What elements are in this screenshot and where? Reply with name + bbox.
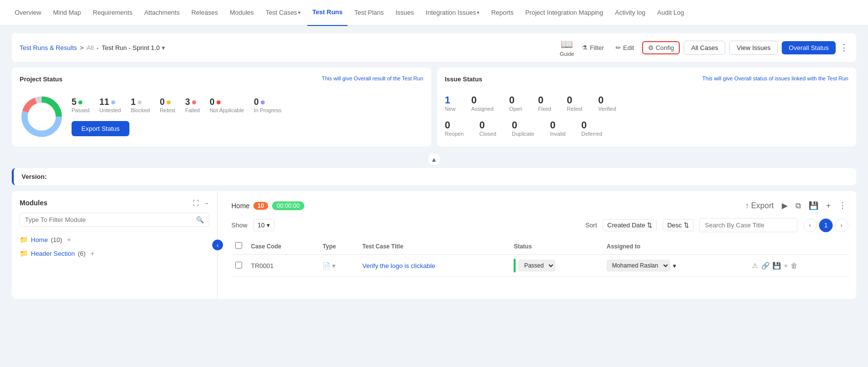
arrow-right-icon[interactable]: → (203, 199, 209, 207)
next-page-button[interactable]: › (835, 219, 848, 232)
assignee-select[interactable]: Mohamed Raslan (607, 260, 670, 271)
modules-search-bar: 🔍 (20, 213, 209, 227)
export-status-button[interactable]: Export Status (72, 121, 129, 136)
save-icon[interactable]: 💾 (807, 199, 820, 212)
donut-svg (20, 95, 64, 139)
nav-integration-issues[interactable]: Integration Issues ▾ (421, 0, 485, 25)
overall-status-button[interactable]: Overall Status (782, 41, 836, 54)
issue-invalid-label: Invalid (550, 131, 566, 137)
cases-panel: Home 10 00:00:00 ↑ Export ▶ ⧉ 💾 + ⋮ Show… (223, 191, 856, 299)
case-search-input[interactable] (699, 218, 797, 232)
select-all-checkbox[interactable] (235, 242, 242, 249)
row-status-select[interactable]: Passed (519, 260, 555, 271)
type-chevron[interactable]: ▾ (332, 262, 336, 269)
type-icon: 📄 (322, 262, 330, 269)
breadcrumb-root[interactable]: Test Runs & Results (20, 44, 77, 51)
issue-assigned: 0 Assigned (471, 95, 494, 112)
modules-search-input[interactable] (25, 216, 192, 223)
module-home-add-icon[interactable]: + (67, 236, 71, 244)
issue-retest-label: Retest (567, 106, 583, 112)
edit-label: Edit (623, 44, 634, 51)
row-action-delete-icon[interactable]: 🗑 (791, 262, 797, 269)
pagination: ‹ 1 › (803, 219, 848, 232)
nav-testplans[interactable]: Test Plans (349, 0, 389, 25)
stat-failed: 3 Failed (185, 97, 200, 113)
expand-icon[interactable]: ⛶ (193, 199, 199, 207)
module-header-name[interactable]: Header Section (31, 250, 75, 257)
cases-more-icon[interactable]: ⋮ (837, 199, 848, 212)
sidebar-collapse-button[interactable]: ‹ (212, 240, 223, 250)
module-header-section[interactable]: 📁 Header Section (6) + (20, 246, 209, 260)
module-home-count: (10) (51, 236, 62, 244)
col-status: Status (510, 238, 602, 255)
config-icon: ⚙ (648, 44, 654, 51)
passed-dot (78, 100, 82, 104)
guide-button[interactable]: 📖 Guide (560, 38, 574, 57)
module-home-name[interactable]: Home (31, 236, 48, 244)
next-page-icon: › (841, 221, 843, 229)
row-title[interactable]: Verify the logo is clickable (358, 255, 510, 277)
nav-testcases[interactable]: Test Cases ▾ (261, 0, 305, 25)
version-label: Version: (22, 173, 47, 180)
issue-new-label: New (445, 106, 456, 112)
breadcrumb-sep2: - (97, 44, 99, 51)
nav-activity-log[interactable]: Activity log (610, 0, 650, 25)
view-issues-button[interactable]: View Issues (729, 41, 778, 55)
module-header-folder-icon: 📁 (20, 249, 28, 257)
module-home[interactable]: 📁 Home (10) + (20, 233, 209, 246)
row-action-save-icon[interactable]: 💾 (772, 262, 781, 269)
nav-mindmap[interactable]: Mind Map (48, 0, 86, 25)
testcases-dropdown-icon[interactable]: ▾ (298, 0, 300, 25)
filter-icon: ⚗ (582, 44, 588, 51)
nav-audit-log[interactable]: Audit Log (652, 0, 689, 25)
collapse-button[interactable]: ▲ (427, 152, 441, 166)
edit-button[interactable]: ✏ Edit (612, 42, 638, 53)
nav-modules[interactable]: Modules (225, 0, 259, 25)
module-header-add-icon[interactable]: + (91, 249, 95, 257)
add-case-icon[interactable]: + (824, 199, 833, 212)
table-row: TR0001 📄 ▾ Verify the logo is clickable … (231, 255, 848, 277)
nav-testruns[interactable]: Test Runs (307, 0, 347, 26)
row-actions: ⚠ 🔗 💾 + 🗑 (748, 255, 848, 277)
collapse-bar: ▲ (12, 152, 856, 166)
row-type[interactable]: 📄 ▾ (319, 255, 358, 277)
sort-dir-chevron: ⇅ (684, 221, 689, 229)
play-icon[interactable]: ▶ (780, 199, 790, 212)
nav-issues[interactable]: Issues (391, 0, 419, 25)
breadcrumb-dropdown-icon[interactable]: ▾ (162, 44, 165, 51)
project-status-subtitle: This will give Overall result of the Tes… (322, 75, 423, 81)
show-select[interactable]: 10 ▾ (253, 219, 274, 231)
nav-requirements[interactable]: Requirements (88, 0, 137, 25)
prev-page-button[interactable]: ‹ (803, 219, 817, 232)
nav-project-integration[interactable]: Project Integration Mapping (521, 0, 608, 25)
blocked-dot (138, 100, 142, 104)
more-options-icon[interactable]: ⋮ (840, 42, 848, 53)
sort-dir-select[interactable]: Desc ⇅ (663, 219, 694, 231)
issue-retest: 0 Retest (567, 95, 583, 112)
config-button[interactable]: ⚙ Config (642, 41, 680, 54)
integration-dropdown-icon[interactable]: ▾ (477, 0, 479, 25)
page-1-button[interactable]: 1 (819, 219, 833, 232)
stat-passed: 5 Passed (72, 97, 90, 113)
nav-reports[interactable]: Reports (486, 0, 519, 25)
row-action-issue-icon[interactable]: ⚠ (752, 262, 758, 269)
untested-dot (111, 100, 115, 104)
row-action-link-icon[interactable]: 🔗 (761, 262, 769, 269)
issue-new-value: 1 (445, 95, 456, 106)
issue-deferred-value: 0 (581, 120, 602, 131)
row-checkbox[interactable] (235, 262, 242, 269)
project-status-card: Project Status This will give Overall re… (12, 68, 431, 147)
export-icon[interactable]: ↑ Export (743, 199, 776, 212)
copy-icon[interactable]: ⧉ (794, 199, 803, 212)
row-action-add-icon[interactable]: + (784, 262, 788, 269)
page-1-label: 1 (824, 221, 827, 229)
col-type: Type (319, 238, 358, 255)
issue-verified-value: 0 (598, 95, 616, 106)
sort-field-select[interactable]: Created Date ⇅ (603, 219, 657, 231)
nav-releases[interactable]: Releases (186, 0, 223, 25)
nav-attachments[interactable]: Attachments (139, 0, 184, 25)
filter-button[interactable]: ⚗ Filter (578, 42, 608, 53)
all-cases-button[interactable]: All Cases (684, 41, 725, 55)
nav-overview[interactable]: Overview (10, 0, 46, 25)
untested-label: Untested (99, 107, 121, 113)
